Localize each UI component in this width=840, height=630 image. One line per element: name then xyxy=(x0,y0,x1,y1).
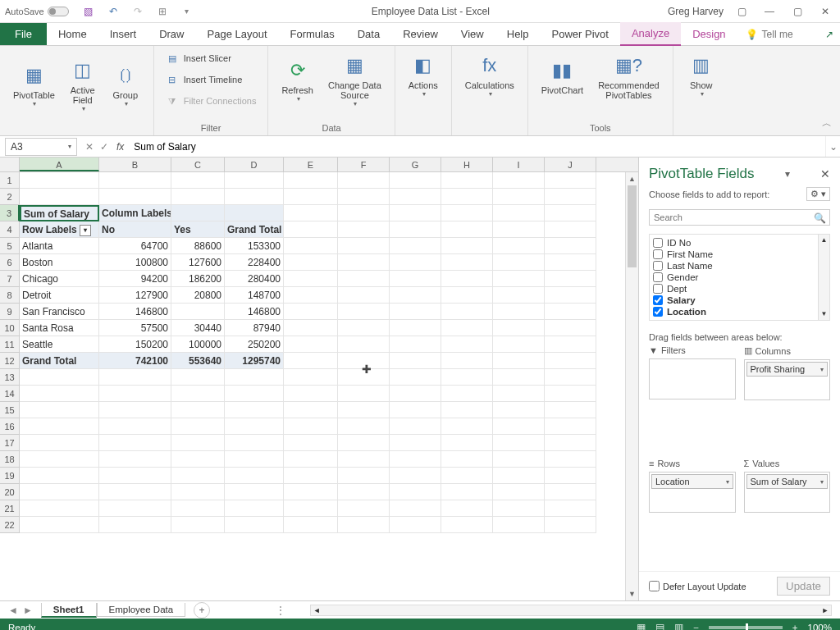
cell[interactable] xyxy=(20,402,99,418)
cell[interactable] xyxy=(171,418,225,435)
tab-analyze[interactable]: Analyze xyxy=(620,22,681,46)
row-header[interactable]: 22 xyxy=(0,517,20,533)
cell[interactable] xyxy=(284,287,338,304)
tab-insert[interactable]: Insert xyxy=(98,23,148,45)
cell[interactable] xyxy=(171,517,225,533)
cell[interactable] xyxy=(441,435,493,451)
cell[interactable] xyxy=(338,353,390,369)
scroll-thumb[interactable] xyxy=(628,185,637,267)
cell[interactable] xyxy=(338,484,390,500)
columns-chip[interactable]: Profit Sharing▾ xyxy=(746,362,829,377)
cell[interactable]: Yes xyxy=(171,221,225,238)
cell[interactable] xyxy=(441,254,493,271)
cell[interactable] xyxy=(493,353,545,369)
cell[interactable] xyxy=(441,451,493,468)
cell[interactable] xyxy=(390,320,441,336)
tab-formulas[interactable]: Formulas xyxy=(279,23,346,45)
field-item[interactable]: Gender xyxy=(651,272,828,283)
enter-formula-icon[interactable]: ✓ xyxy=(100,141,108,153)
cell[interactable] xyxy=(338,320,390,336)
cell[interactable] xyxy=(20,500,99,517)
cell[interactable] xyxy=(545,336,596,353)
insert-timeline-button[interactable]: ⊟ Insert Timeline xyxy=(162,71,246,89)
close-pane-icon[interactable]: ✕ xyxy=(820,167,830,180)
scroll-up-icon[interactable]: ▲ xyxy=(626,172,638,185)
column-header[interactable]: G xyxy=(390,158,441,171)
split-handle-icon[interactable]: ⋮ xyxy=(276,605,285,616)
cell[interactable] xyxy=(493,336,545,353)
field-item[interactable]: Dept xyxy=(651,283,828,294)
cell[interactable] xyxy=(441,238,493,254)
cell[interactable] xyxy=(284,254,338,271)
update-button[interactable]: Update xyxy=(777,577,830,596)
cell[interactable] xyxy=(390,517,441,533)
cell[interactable] xyxy=(390,172,441,189)
cell[interactable] xyxy=(338,418,390,435)
autosave-toggle[interactable] xyxy=(48,7,69,16)
cell[interactable] xyxy=(284,484,338,500)
cell[interactable] xyxy=(171,402,225,418)
cell[interactable] xyxy=(493,500,545,517)
cell[interactable]: Grand Total xyxy=(20,353,99,369)
cell[interactable] xyxy=(284,271,338,287)
cell[interactable]: 30440 xyxy=(171,320,225,336)
row-header[interactable]: 14 xyxy=(0,386,20,402)
cell[interactable] xyxy=(171,369,225,386)
cell[interactable] xyxy=(284,468,338,484)
cell[interactable]: 146800 xyxy=(99,304,171,320)
cell[interactable] xyxy=(390,369,441,386)
cell[interactable] xyxy=(545,189,596,205)
field-item[interactable]: Last Name xyxy=(651,260,828,272)
field-item[interactable]: ID No xyxy=(651,237,828,249)
cell[interactable] xyxy=(338,468,390,484)
cell[interactable] xyxy=(545,254,596,271)
cell[interactable]: 146800 xyxy=(225,304,284,320)
cell[interactable] xyxy=(493,189,545,205)
autosave[interactable]: AutoSave xyxy=(5,7,69,16)
tab-file[interactable]: File xyxy=(0,23,47,45)
page-break-view-icon[interactable]: ▥ xyxy=(674,622,683,630)
cell[interactable]: 94200 xyxy=(99,271,171,287)
scroll-up-icon[interactable]: ▲ xyxy=(819,235,829,246)
cell[interactable] xyxy=(99,468,171,484)
horizontal-scrollbar[interactable]: ◄ ► xyxy=(310,605,832,616)
cell[interactable] xyxy=(171,468,225,484)
cell[interactable] xyxy=(390,271,441,287)
cell[interactable] xyxy=(225,172,284,189)
column-header[interactable]: A xyxy=(20,158,99,171)
cell[interactable]: 186200 xyxy=(171,271,225,287)
cell[interactable] xyxy=(338,238,390,254)
cell[interactable] xyxy=(493,221,545,238)
cell[interactable] xyxy=(441,418,493,435)
cell[interactable] xyxy=(20,386,99,402)
cell[interactable] xyxy=(99,484,171,500)
cell[interactable] xyxy=(225,205,284,221)
cell[interactable] xyxy=(338,336,390,353)
row-header[interactable]: 18 xyxy=(0,451,20,468)
row-header[interactable]: 20 xyxy=(0,484,20,500)
cell[interactable] xyxy=(390,254,441,271)
filters-dropzone[interactable] xyxy=(649,358,736,399)
cell[interactable] xyxy=(545,271,596,287)
cell[interactable]: 280400 xyxy=(225,271,284,287)
change-data-source-button[interactable]: ▦ Change Data Source▾ xyxy=(323,49,386,111)
tab-power-pivot[interactable]: Power Pivot xyxy=(541,23,620,45)
page-layout-view-icon[interactable]: ▤ xyxy=(655,622,664,630)
cell[interactable] xyxy=(284,205,338,221)
cell[interactable] xyxy=(284,304,338,320)
cell[interactable] xyxy=(338,304,390,320)
cell[interactable] xyxy=(441,402,493,418)
column-header[interactable]: E xyxy=(284,158,338,171)
cell[interactable] xyxy=(545,402,596,418)
tell-me-search[interactable]: 💡 Tell me xyxy=(746,29,793,40)
cell[interactable] xyxy=(99,517,171,533)
cell[interactable]: 228400 xyxy=(225,254,284,271)
cell[interactable]: 742100 xyxy=(99,353,171,369)
cell[interactable] xyxy=(493,484,545,500)
cell[interactable] xyxy=(171,484,225,500)
row-header[interactable]: 6 xyxy=(0,254,20,271)
expand-formula-bar-icon[interactable]: ⌄ xyxy=(825,136,840,157)
cell[interactable] xyxy=(493,435,545,451)
search-icon[interactable]: 🔍 xyxy=(814,212,826,224)
cell[interactable] xyxy=(284,336,338,353)
